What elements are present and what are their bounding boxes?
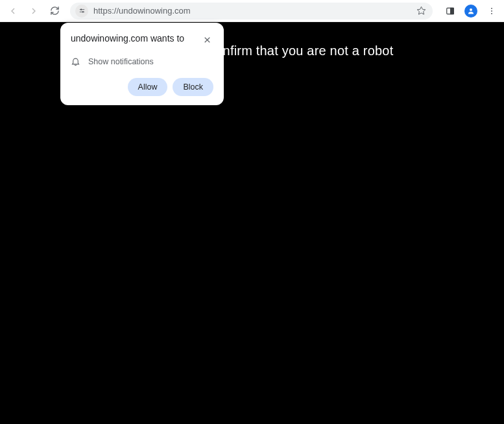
url-text: https://undowinowing.com [93,6,411,16]
forward-button[interactable] [25,2,43,20]
toolbar-right [442,3,500,19]
site-info-button[interactable] [75,5,88,18]
arrow-left-icon [8,6,18,16]
bubble-permission-text: Show notifications [88,57,154,66]
person-icon [467,7,475,15]
bubble-title: undowinowing.com wants to [71,33,184,44]
bubble-close-button[interactable] [200,33,213,46]
dots-vertical-icon [487,6,496,16]
svg-point-2 [80,9,82,10]
back-button[interactable] [4,2,22,20]
arrow-right-icon [29,6,39,16]
star-icon [416,6,426,16]
notification-permission-bubble: undowinowing.com wants to Show notificat… [60,23,224,105]
account-button[interactable] [462,3,479,19]
svg-point-3 [82,11,83,12]
bell-icon [71,56,80,66]
reload-button[interactable] [45,2,64,20]
overflow-menu-button[interactable] [483,3,500,19]
reload-icon [50,6,60,16]
panel-icon [446,6,455,16]
close-icon [203,36,211,44]
bookmark-button[interactable] [416,6,426,16]
svg-point-7 [470,8,472,11]
allow-button[interactable]: Allow [128,78,168,96]
block-button[interactable]: Block [173,78,213,96]
browser-toolbar: https://undowinowing.com [0,0,504,22]
panel-toggle-button[interactable] [442,3,459,19]
svg-point-9 [491,10,492,12]
address-bar[interactable]: https://undowinowing.com [70,3,433,19]
svg-rect-6 [451,8,454,14]
svg-marker-4 [417,6,426,14]
svg-point-8 [491,7,492,8]
tune-icon [78,7,86,14]
svg-point-10 [491,13,492,14]
